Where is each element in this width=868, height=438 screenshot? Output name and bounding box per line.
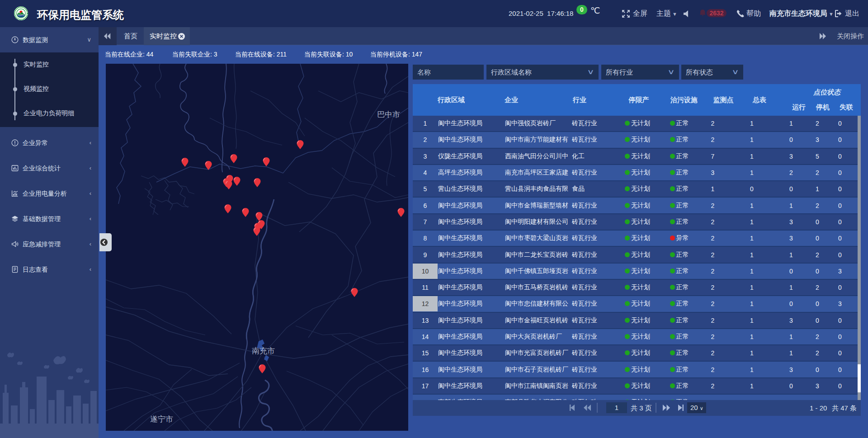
svg-text:遂宁市: 遂宁市 xyxy=(150,415,173,424)
svg-text:巴中市: 巴中市 xyxy=(377,110,400,119)
svg-text:南充市: 南充市 xyxy=(252,347,275,355)
